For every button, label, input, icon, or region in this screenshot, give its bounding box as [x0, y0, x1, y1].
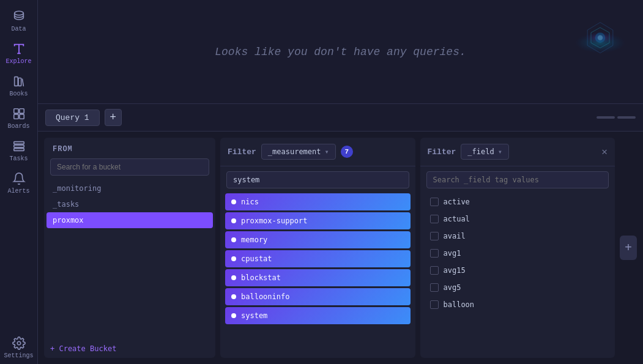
- field-item-avg5[interactable]: avg5: [425, 279, 611, 296]
- field-item-avail[interactable]: avail: [425, 228, 611, 245]
- tasks-icon: [12, 139, 26, 153]
- bucket-search-input[interactable]: [50, 158, 209, 176]
- query-bar: Query 1 +: [38, 104, 643, 132]
- measurement-item-proxmox-support[interactable]: proxmox-support: [225, 212, 411, 229]
- measurement-item-system[interactable]: system: [225, 307, 411, 324]
- filter-panel-measurement: Filter _measurement ▾ 7 nics proxmox-sup…: [220, 138, 415, 358]
- field-checkbox[interactable]: [430, 283, 439, 292]
- sidebar-item-boards[interactable]: Boards: [0, 102, 37, 135]
- svg-point-0: [14, 11, 23, 15]
- create-bucket-button[interactable]: + Create Bucket: [44, 340, 215, 358]
- sidebar-item-explore[interactable]: Explore: [0, 37, 37, 70]
- svg-rect-8: [19, 114, 23, 119]
- add-panel-button[interactable]: +: [620, 236, 637, 260]
- bucket-item-proxmox[interactable]: proxmox: [46, 212, 213, 228]
- field-item-active[interactable]: active: [425, 193, 611, 210]
- field-dropdown[interactable]: _field ▾: [461, 144, 509, 160]
- measurement-dot: [231, 294, 236, 299]
- measurement-item-cpustat[interactable]: cpustat: [225, 250, 411, 267]
- sidebar-item-books-label: Books: [9, 91, 28, 97]
- sidebar-item-boards-label: Boards: [7, 123, 29, 130]
- field-item-avg1[interactable]: avg1: [425, 245, 611, 262]
- field-checkbox[interactable]: [430, 232, 439, 240]
- svg-rect-7: [13, 114, 18, 119]
- explore-icon: [12, 42, 26, 56]
- measurement-dot: [231, 218, 236, 223]
- database-icon: [12, 10, 26, 23]
- measurement-item-ballooninfo[interactable]: ballooninfo: [225, 288, 411, 305]
- svg-rect-10: [13, 145, 24, 147]
- sidebar-item-tasks-label: Tasks: [9, 155, 28, 162]
- sidebar-item-alerts-label: Alerts: [7, 188, 29, 195]
- field-list: active actual avail avg1 avg15: [420, 193, 615, 358]
- sidebar-item-data[interactable]: Data: [0, 5, 37, 37]
- measurement-dropdown[interactable]: _measurement ▾: [261, 144, 336, 160]
- query-bar-line-1: [597, 116, 615, 119]
- query-tab[interactable]: Query 1: [45, 110, 100, 126]
- measurement-dropdown-chevron: ▾: [325, 147, 329, 156]
- svg-point-12: [17, 341, 21, 345]
- no-queries-text: Looks like you don't have any queries.: [215, 46, 466, 58]
- measurement-label: proxmox-support: [241, 217, 307, 225]
- field-dropdown-chevron: ▾: [498, 147, 502, 156]
- measurement-label: cpustat: [241, 254, 272, 263]
- filter-header-row-1: Filter _measurement ▾ 7: [220, 138, 415, 166]
- measurement-dropdown-value: _measurement: [268, 147, 321, 156]
- sidebar-item-alerts[interactable]: Alerts: [0, 167, 37, 199]
- add-query-button[interactable]: +: [105, 109, 122, 126]
- measurement-label: blockstat: [241, 273, 281, 282]
- field-name-actual: actual: [444, 215, 470, 223]
- field-name-avail: avail: [444, 232, 466, 240]
- bucket-item-tasks[interactable]: _tasks: [46, 196, 213, 212]
- sidebar-item-settings[interactable]: Settings: [0, 332, 37, 364]
- bucket-list: _monitoring _tasks proxmox: [44, 180, 215, 340]
- measurement-label: nics: [241, 198, 259, 206]
- field-item-actual[interactable]: actual: [425, 210, 611, 228]
- field-item-avg15[interactable]: avg15: [425, 262, 611, 279]
- alerts-icon: [12, 172, 26, 185]
- field-checkbox[interactable]: [430, 249, 439, 258]
- boards-icon: [12, 107, 26, 121]
- sidebar-item-explore-label: Explore: [6, 58, 31, 65]
- svg-rect-4: [18, 78, 21, 86]
- field-checkbox[interactable]: [430, 266, 439, 275]
- field-item-balloon[interactable]: balloon: [425, 296, 611, 313]
- field-name-active: active: [444, 198, 470, 206]
- svg-rect-5: [13, 109, 18, 113]
- sidebar-item-tasks[interactable]: Tasks: [0, 135, 37, 167]
- filter-header-row-2: Filter _field ▾ ✕: [420, 138, 615, 166]
- sidebar-item-books[interactable]: Books: [0, 70, 37, 102]
- svg-point-18: [598, 35, 603, 40]
- from-header: FROM: [44, 138, 215, 158]
- books-icon: [12, 75, 26, 88]
- field-name-avg1: avg1: [444, 249, 461, 258]
- query-bar-right: [597, 116, 636, 119]
- field-checkbox[interactable]: [430, 215, 439, 223]
- measurement-item-memory[interactable]: memory: [225, 231, 411, 248]
- field-checkbox[interactable]: [430, 198, 439, 206]
- measurement-badge: 7: [341, 146, 353, 158]
- measurement-dot: [231, 313, 236, 318]
- sidebar: Data Explore Books Boards Tas: [0, 0, 38, 364]
- chart-graphic: [570, 12, 631, 73]
- svg-rect-9: [13, 142, 24, 144]
- panels-row: FROM _monitoring _tasks proxmox + Create…: [38, 132, 643, 364]
- query-bar-line-2: [617, 116, 636, 119]
- measurement-dot: [231, 199, 236, 204]
- measurement-dot: [231, 237, 236, 242]
- bucket-item-monitoring[interactable]: _monitoring: [46, 180, 213, 196]
- main-content: Looks like you don't have any queries.: [38, 0, 643, 364]
- filter-panel-field: Filter _field ▾ ✕ active actual: [420, 138, 615, 358]
- chart-area: Looks like you don't have any queries.: [38, 0, 643, 104]
- filter-title-1: Filter: [228, 147, 256, 157]
- svg-rect-3: [14, 77, 18, 86]
- from-panel: FROM _monitoring _tasks proxmox + Create…: [44, 138, 215, 358]
- field-search-input[interactable]: [426, 171, 609, 188]
- measurement-item-nics[interactable]: nics: [225, 193, 411, 210]
- filter-close-button[interactable]: ✕: [601, 146, 608, 158]
- field-checkbox[interactable]: [430, 300, 439, 309]
- measurement-dot: [231, 256, 236, 261]
- measurement-search-input[interactable]: [226, 171, 409, 188]
- svg-rect-11: [13, 149, 24, 151]
- measurement-item-blockstat[interactable]: blockstat: [225, 269, 411, 286]
